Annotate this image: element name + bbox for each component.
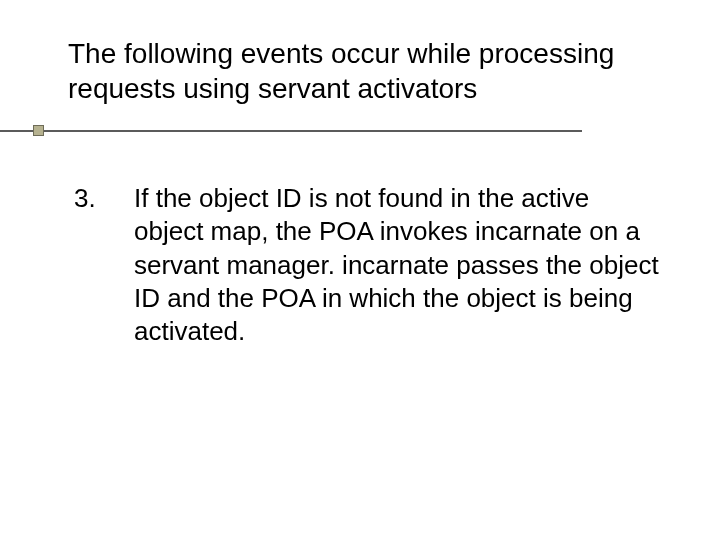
list-item: 3. If the object ID is not found in the … <box>68 182 664 348</box>
list-item-text: If the object ID is not found in the act… <box>124 182 664 348</box>
slide-title: The following events occur while process… <box>68 36 664 106</box>
title-divider <box>0 130 720 132</box>
slide: The following events occur while process… <box>0 0 720 540</box>
list-item-number: 3. <box>68 182 124 215</box>
divider-line <box>0 130 582 132</box>
numbered-list: 3. If the object ID is not found in the … <box>68 182 664 348</box>
divider-notch <box>33 125 44 136</box>
slide-body: 3. If the object ID is not found in the … <box>68 182 664 348</box>
